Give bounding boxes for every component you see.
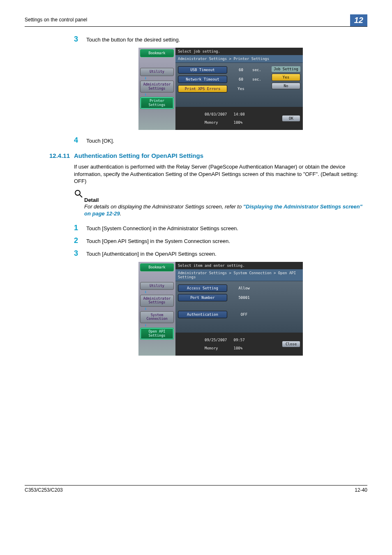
- admin-settings-crumb[interactable]: Administrator Settings: [140, 295, 174, 307]
- step-number: 1: [74, 224, 86, 232]
- svg-line-1: [80, 195, 82, 197]
- status-bar: 08/03/2007 14:08 Memory 100% OK: [175, 107, 303, 130]
- step-number: 2: [74, 236, 86, 245]
- network-timeout-button[interactable]: Network Timeout: [178, 76, 227, 83]
- arrow-icon: ⬇: [144, 291, 174, 294]
- footer-model: C353/C253/C203: [25, 487, 63, 493]
- network-timeout-value: 60: [230, 77, 252, 81]
- usb-timeout-value: 60: [230, 68, 252, 72]
- step-text: Touch [Authentication] in the OpenAPI Se…: [86, 249, 217, 258]
- unit-label: sec.: [252, 77, 263, 81]
- status-time: 14:08: [233, 112, 244, 116]
- admin-settings-crumb[interactable]: Administrator Settings: [140, 81, 174, 92]
- svg-point-0: [75, 190, 80, 195]
- status-date: 09/25/2007: [205, 338, 227, 342]
- utility-crumb[interactable]: Utility: [140, 68, 174, 76]
- detail-title: Detail: [84, 197, 367, 203]
- ok-button[interactable]: OK: [282, 115, 300, 122]
- yes-button[interactable]: Yes: [272, 74, 300, 81]
- printer-settings-crumb[interactable]: Printer Settings: [140, 97, 174, 109]
- status-memory-value: 100%: [233, 346, 242, 350]
- step-number: 3: [74, 249, 86, 258]
- step-1b: 1 Touch [System Connection] in the Admin…: [74, 224, 367, 232]
- status-memory-value: 100%: [233, 120, 242, 125]
- step-text: Touch the button for the desired setting…: [86, 35, 180, 44]
- step-3b: 3 Touch [Authentication] in the OpenAPI …: [74, 249, 367, 258]
- status-date: 08/03/2007: [205, 112, 227, 116]
- close-button[interactable]: Close: [282, 341, 300, 347]
- header-section-title: Settings on the control panel: [25, 17, 350, 24]
- screenshot-sidebar: Bookmark Utility ⬇ Administrator Setting…: [138, 48, 175, 130]
- step-text: Touch [System Connection] in the Adminis…: [86, 224, 238, 232]
- bookmark-button[interactable]: Bookmark: [140, 49, 174, 57]
- port-number-button[interactable]: Port Number: [178, 294, 227, 301]
- breadcrumb: Administrator Settings > System Connecti…: [175, 269, 303, 281]
- step-number: 4: [74, 136, 86, 145]
- step-4: 4 Touch [OK].: [74, 136, 367, 145]
- status-memory-label: Memory: [205, 346, 218, 350]
- detail-text-pre: For details on displaying the Administra…: [84, 204, 243, 210]
- arrow-icon: ⬇: [144, 94, 174, 96]
- right-column: Job Setting Yes No: [272, 66, 300, 89]
- step-text: Touch [OK].: [86, 136, 114, 145]
- system-connection-crumb[interactable]: System Connection: [140, 311, 174, 323]
- paragraph: If user authentication is performed with…: [74, 163, 367, 185]
- setting-row: Port Number 50001: [178, 294, 300, 301]
- bookmark-button[interactable]: Bookmark: [140, 264, 174, 271]
- authentication-button[interactable]: Authentication: [178, 311, 227, 318]
- section-heading: 12.4.11 Authentication Setting for OpenA…: [49, 152, 367, 159]
- no-button[interactable]: No: [272, 83, 300, 89]
- screenshot-openapi-settings: Bookmark Utility ⬇ Administrator Setting…: [138, 262, 303, 356]
- footer-page-number: 12-40: [355, 487, 367, 493]
- status-time: 09:57: [233, 338, 244, 342]
- setting-row: Access Setting Allow: [178, 284, 300, 292]
- detail-note: Detail For details on displaying the Adm…: [74, 189, 367, 217]
- screenshot-sidebar: Bookmark Utility ⬇ Administrator Setting…: [138, 262, 175, 356]
- page-footer: C353/C253/C203 12-40: [25, 485, 367, 493]
- step-number: 3: [74, 35, 86, 44]
- breadcrumb: Administrator Settings > Printer Setting…: [175, 55, 303, 63]
- step-2b: 2 Touch [Open API Settings] in the Syste…: [74, 236, 367, 245]
- detail-period: .: [120, 210, 122, 217]
- section-number: 12.4.11: [49, 152, 74, 159]
- port-number-value: 50001: [230, 296, 258, 300]
- arrow-icon: ⬇: [144, 77, 174, 80]
- screenshot-title: Select item and enter setting.: [175, 262, 303, 269]
- unit-label: sec.: [252, 68, 263, 72]
- page-header: Settings on the control panel 12: [25, 14, 367, 27]
- authentication-value: OFF: [230, 312, 258, 317]
- detail-body: For details on displaying the Administra…: [84, 203, 367, 217]
- step-text: Touch [Open API Settings] in the System …: [86, 236, 230, 245]
- screenshot-title: Select job setting.: [175, 48, 303, 55]
- chapter-number: 12: [350, 14, 367, 26]
- utility-crumb[interactable]: Utility: [140, 282, 174, 290]
- status-memory-label: Memory: [205, 120, 218, 125]
- access-setting-button[interactable]: Access Setting: [178, 284, 227, 292]
- section-title: Authentication Setting for OpenAPI Setti…: [74, 152, 203, 159]
- magnifier-icon: [74, 189, 83, 198]
- arrow-icon: ⬇: [144, 324, 174, 327]
- print-xps-errors-value: Yes: [230, 87, 252, 91]
- open-api-settings-crumb[interactable]: Open API Settings: [140, 328, 174, 340]
- usb-timeout-button[interactable]: USB Timeout: [178, 66, 227, 74]
- status-bar: 09/25/2007 09:57 Memory 100% Close: [175, 333, 303, 356]
- print-xps-errors-button[interactable]: Print XPS Errors: [178, 85, 227, 92]
- step-3: 3 Touch the button for the desired setti…: [74, 35, 367, 44]
- job-setting-title: Job Setting: [272, 66, 300, 72]
- screenshot-printer-settings: Bookmark Utility ⬇ Administrator Setting…: [138, 48, 303, 130]
- setting-row: Authentication OFF: [178, 311, 300, 318]
- arrow-icon: ⬇: [144, 308, 174, 310]
- access-setting-value: Allow: [230, 286, 258, 290]
